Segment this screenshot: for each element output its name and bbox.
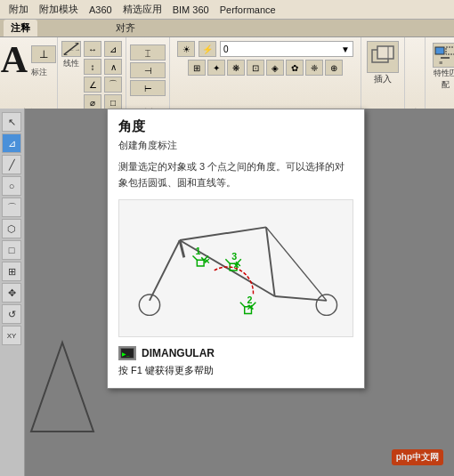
tool-circle[interactable]: ○ xyxy=(2,176,21,196)
layer-icon-3[interactable]: ❋ xyxy=(227,60,245,76)
layer-icon-4[interactable]: ⊡ xyxy=(247,60,264,76)
menu-bim360[interactable]: BIM 360 xyxy=(167,3,215,17)
svg-text:×: × xyxy=(204,254,210,266)
left-toolbar: ↖ ⊿ ╱ ○ ⌒ ⬡ □ ⊞ ✥ ↺ XY xyxy=(0,109,25,476)
svg-text:×: × xyxy=(247,301,254,312)
dim-btn-7[interactable]: ⌒ xyxy=(104,77,122,93)
command-icon: ▶_ xyxy=(118,346,136,360)
svg-rect-7 xyxy=(435,47,444,54)
lightning-icon-btn[interactable]: ⚡ xyxy=(199,41,216,57)
help-text: 按 F1 键获得更多帮助 xyxy=(118,364,353,377)
tooltip-popup: 角度 创建角度标注 测量选定的对象或 3 个点之间的角度。可以选择的对象包括圆弧… xyxy=(107,109,365,389)
php-watermark: php中文网 xyxy=(392,449,443,465)
layer-icon-8[interactable]: ⊕ xyxy=(325,60,343,76)
match-icon: ≡ xyxy=(433,43,454,68)
dim-btn-1[interactable]: ↔ xyxy=(84,41,101,57)
tool-line[interactable]: ╱ xyxy=(2,155,21,174)
dropdown-arrow: ▼ xyxy=(341,44,350,54)
align-btn-3[interactable]: ⊢ xyxy=(130,80,166,96)
text-button[interactable]: A xyxy=(1,41,28,78)
properties-label: 特性匹配 xyxy=(433,68,454,91)
align-btn-2[interactable]: ⊣ xyxy=(130,62,166,78)
properties-button[interactable]: ≡ 特性匹配 xyxy=(431,41,454,93)
tool-arrow[interactable]: ↖ xyxy=(2,112,21,132)
tool-arc[interactable]: ⌒ xyxy=(2,198,21,217)
layer-icon-1[interactable]: ⊞ xyxy=(188,60,206,76)
svg-rect-5 xyxy=(377,46,393,59)
ribbon-tabs: 注释 对齐 xyxy=(0,20,454,37)
svg-marker-11 xyxy=(31,343,93,432)
svg-text:←→: ←→ xyxy=(69,46,80,52)
sun-icon-btn[interactable]: ☀ xyxy=(177,41,195,57)
linetype-icon[interactable]: ←→ xyxy=(61,41,81,57)
svg-text:▶_: ▶_ xyxy=(122,351,130,357)
menu-bar: 附加 附加模块 A360 精选应用 BIM 360 Performance xyxy=(0,0,454,20)
tool-highlight[interactable]: ⊿ xyxy=(2,133,21,153)
tool-xy[interactable]: XY xyxy=(2,326,21,345)
layer-icon-2[interactable]: ✦ xyxy=(207,60,225,76)
layer-icon-7[interactable]: ❈ xyxy=(305,60,323,76)
tooltip-description: 测量选定的对象或 3 个点之间的角度。可以选择的对象包括圆弧、圆和直线等。 xyxy=(118,159,353,190)
align-btn-1[interactable]: ⌶ xyxy=(130,44,166,61)
insert-label: 插入 xyxy=(374,73,392,85)
tooltip-title: 角度 xyxy=(118,118,353,135)
svg-text:≡: ≡ xyxy=(439,60,442,66)
menu-addons[interactable]: 附加模块 xyxy=(34,1,84,18)
zero-value: 0 xyxy=(223,44,229,54)
tab-annotation[interactable]: 注释 xyxy=(4,20,37,36)
svg-text:1: 1 xyxy=(195,246,200,257)
insert-button[interactable]: 插入 xyxy=(367,41,399,85)
tooltip-command-row: ▶_ DIMANGULAR xyxy=(118,346,353,360)
mark-label: 标注 xyxy=(31,67,56,78)
tool-poly[interactable]: ⬡ xyxy=(2,219,21,238)
tab-align[interactable]: 对齐 xyxy=(109,20,142,36)
svg-rect-8 xyxy=(446,47,454,54)
dim-btn-3[interactable]: ∠ xyxy=(84,77,101,93)
layer-dropdown[interactable]: 0 ▼ xyxy=(220,41,353,57)
tool-rotate[interactable]: ↺ xyxy=(2,304,21,324)
tooltip-subtitle: 创建角度标注 xyxy=(118,139,353,152)
menu-a360[interactable]: A360 xyxy=(84,3,118,17)
menu-performance[interactable]: Performance xyxy=(215,3,281,17)
tooltip-image: 1 3 2 × × × xyxy=(118,199,353,337)
canvas-triangle xyxy=(27,334,98,440)
linetype-label: 线性 xyxy=(63,58,79,69)
insert-icon xyxy=(367,41,399,73)
dim-btn-2[interactable]: ↕ xyxy=(84,59,101,75)
dim-btn-6[interactable]: ∧ xyxy=(104,59,122,75)
tool-rect[interactable]: □ xyxy=(2,240,21,260)
command-name: DIMANGULAR xyxy=(142,347,215,359)
menu-featured[interactable]: 精选应用 xyxy=(118,1,167,18)
mark-icon[interactable]: ⊥ xyxy=(31,45,56,63)
svg-text:×: × xyxy=(233,259,239,270)
layer-icon-5[interactable]: ◈ xyxy=(266,60,284,76)
dim-btn-5[interactable]: ⊿ xyxy=(104,41,122,57)
tool-move[interactable]: ✥ xyxy=(2,283,21,303)
menu-attach[interactable]: 附加 xyxy=(4,1,34,18)
layer-icon-6[interactable]: ✿ xyxy=(286,60,304,76)
tool-hatch[interactable]: ⊞ xyxy=(2,262,21,281)
